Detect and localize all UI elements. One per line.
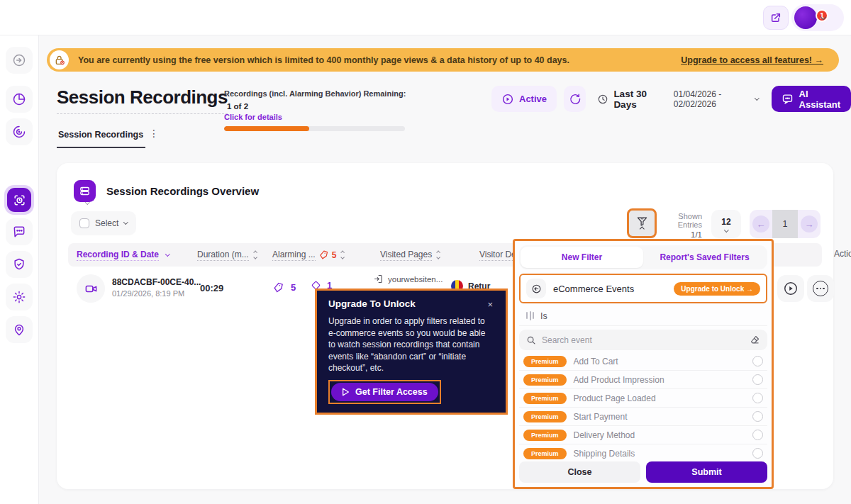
prev-page-button[interactable]: ← bbox=[750, 210, 772, 238]
event-radio[interactable] bbox=[752, 448, 763, 459]
tab-session-recordings[interactable]: Session Recordings ⋮ bbox=[57, 128, 145, 148]
period-label: Last 30 Days bbox=[613, 89, 660, 110]
ai-assistant-button[interactable]: AI Assistant bbox=[772, 86, 851, 112]
alarming-count-value: 5 bbox=[291, 282, 296, 293]
recording-thumb[interactable] bbox=[77, 274, 105, 303]
ellipsis-icon bbox=[813, 281, 828, 296]
active-label: Active bbox=[519, 94, 547, 104]
premium-badge: Premium bbox=[523, 393, 567, 404]
tab-new-filter[interactable]: New Filter bbox=[521, 247, 643, 268]
sidebar-collapse-button[interactable] bbox=[6, 47, 33, 74]
filter-footer: Close Submit bbox=[519, 461, 767, 483]
arrow-right-icon: → bbox=[801, 215, 818, 233]
close-icon[interactable]: × bbox=[486, 298, 494, 310]
lock-icon bbox=[50, 50, 69, 69]
refresh-icon bbox=[569, 93, 581, 105]
ecommerce-events-field[interactable]: eCommerce Events Upgrade to Unlock → bbox=[519, 274, 767, 303]
sort-icon[interactable] bbox=[437, 251, 440, 258]
row-actions-button[interactable] bbox=[807, 275, 834, 302]
sidebar bbox=[0, 35, 39, 504]
col-recording-id[interactable]: Recording ID & Date bbox=[77, 243, 169, 267]
active-filter-button[interactable]: Active bbox=[491, 86, 557, 112]
close-button[interactable]: Close bbox=[519, 461, 640, 483]
event-radio[interactable] bbox=[752, 430, 763, 440]
upgrade-tooltip: Upgrade To Unlock × Upgrade in order to … bbox=[315, 289, 508, 415]
filter-toggle-button[interactable] bbox=[627, 208, 657, 238]
refresh-button[interactable] bbox=[564, 86, 586, 112]
sidebar-item-security[interactable] bbox=[6, 251, 33, 278]
current-page[interactable]: 1 bbox=[772, 210, 798, 238]
duration-cell: 00:29 bbox=[200, 283, 223, 293]
chevron-down-icon bbox=[165, 252, 169, 256]
recording-id: 88CDACBF-00CE-40... bbox=[112, 277, 201, 287]
tab-menu-button[interactable]: ⋮ bbox=[145, 126, 163, 140]
search-input[interactable] bbox=[542, 335, 744, 345]
sidebar-item-dashboard[interactable] bbox=[6, 86, 33, 113]
col-alarming[interactable]: Alarming ... 5 bbox=[272, 243, 345, 267]
play-recording-button[interactable] bbox=[777, 275, 804, 302]
page-size-select[interactable]: 12 bbox=[711, 210, 741, 238]
sidebar-item-settings[interactable] bbox=[6, 284, 33, 310]
event-list: Premium Add To Cart Premium Add Product … bbox=[519, 352, 767, 471]
page-size-value: 12 bbox=[721, 217, 730, 227]
location-pin-icon bbox=[12, 323, 26, 337]
drag-handle-icon[interactable] bbox=[526, 312, 534, 320]
event-radio[interactable] bbox=[752, 411, 763, 422]
tab-saved-filters[interactable]: Report's Saved Filters bbox=[643, 247, 766, 268]
event-list-item[interactable]: Premium Start Payment bbox=[519, 408, 767, 426]
select-all-checkbox[interactable] bbox=[79, 218, 89, 228]
event-search bbox=[519, 330, 767, 350]
event-radio[interactable] bbox=[752, 374, 763, 385]
sidebar-item-location[interactable] bbox=[6, 316, 33, 343]
filter-tabs: New Filter Report's Saved Filters bbox=[519, 245, 767, 269]
sort-icon[interactable] bbox=[341, 251, 344, 258]
pagination: ← 1 → bbox=[750, 210, 821, 238]
premium-badge: Premium bbox=[523, 374, 567, 386]
period-selector[interactable]: Last 30 Days bbox=[597, 89, 660, 110]
select-label: Select bbox=[95, 218, 118, 228]
upgrade-to-unlock-badge[interactable]: Upgrade to Unlock → bbox=[674, 282, 760, 296]
upgrade-link[interactable]: Upgrade to access all features! → bbox=[681, 55, 823, 65]
sidebar-item-feedback[interactable] bbox=[6, 218, 33, 245]
sidebar-item-session-recordings[interactable] bbox=[4, 185, 34, 215]
field-label: eCommerce Events bbox=[553, 284, 667, 294]
event-radio[interactable] bbox=[752, 393, 763, 403]
event-list-item[interactable]: Premium Add To Cart bbox=[519, 352, 767, 371]
overview-widget-icon[interactable] bbox=[74, 180, 96, 202]
premium-badge: Premium bbox=[523, 448, 567, 459]
external-link-icon bbox=[770, 12, 782, 23]
col-duration[interactable]: Duration (m... bbox=[197, 243, 257, 267]
chevron-up-icon bbox=[640, 227, 644, 231]
arrow-left-icon: ← bbox=[752, 215, 769, 233]
event-list-item[interactable]: Premium Add Product Impression bbox=[519, 371, 767, 389]
event-radio[interactable] bbox=[752, 356, 763, 366]
chevron-down-icon bbox=[724, 228, 728, 232]
open-external-button[interactable] bbox=[763, 6, 789, 30]
cta-annotation-box: Get Filter Access bbox=[328, 380, 441, 404]
date-range-picker[interactable]: 01/04/2026 - 02/02/2026 bbox=[674, 89, 759, 109]
quota-value: 1 of 2 bbox=[227, 102, 248, 111]
sidebar-item-heatmaps[interactable] bbox=[6, 118, 33, 145]
col-visited-pages[interactable]: Visited Pages bbox=[380, 243, 440, 267]
event-list-item[interactable]: Premium Shipping Details bbox=[519, 444, 767, 463]
eraser-icon[interactable] bbox=[750, 335, 760, 345]
door-enter-icon bbox=[373, 274, 384, 284]
sort-icon[interactable] bbox=[254, 251, 257, 258]
play-icon bbox=[783, 281, 799, 296]
event-list-item[interactable]: Premium Product Page Loaded bbox=[519, 389, 767, 408]
chevron-down-icon bbox=[755, 96, 759, 100]
alarming-cell: 5 bbox=[272, 281, 296, 293]
next-page-button[interactable]: → bbox=[798, 210, 821, 238]
avatar bbox=[794, 6, 817, 29]
select-rows-button[interactable]: Select bbox=[71, 211, 136, 235]
click-for-details-link[interactable]: Click for details bbox=[224, 113, 408, 121]
gear-icon bbox=[12, 290, 26, 304]
condition-row[interactable]: Is bbox=[519, 307, 767, 326]
user-menu[interactable]: 1 bbox=[791, 4, 844, 31]
submit-button[interactable]: Submit bbox=[646, 461, 767, 483]
get-filter-access-button[interactable]: Get Filter Access bbox=[331, 383, 438, 401]
event-list-item[interactable]: Premium Delivery Method bbox=[519, 426, 767, 444]
alarming-count: 5 bbox=[332, 250, 337, 260]
website-name: yourwebsiten... bbox=[388, 275, 443, 284]
search-icon bbox=[526, 335, 536, 345]
